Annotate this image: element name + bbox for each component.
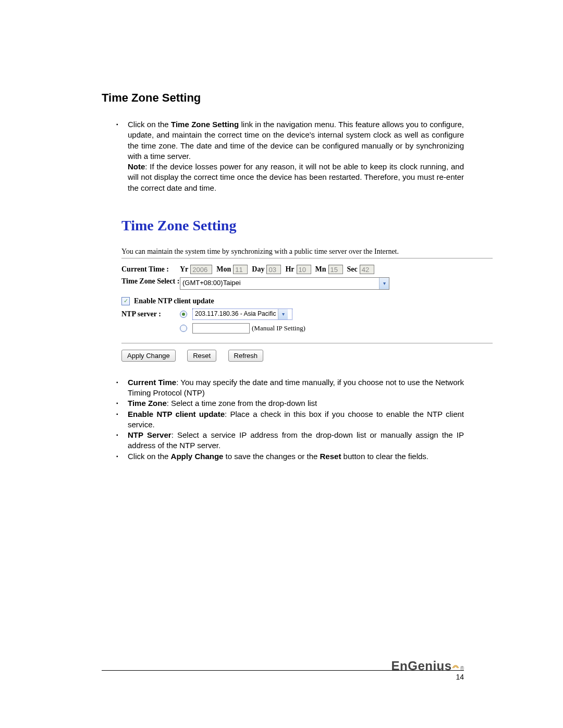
apply-change-button[interactable]: Apply Change xyxy=(121,350,176,362)
reset-button[interactable]: Reset xyxy=(187,350,216,362)
timezone-select[interactable]: (GMT+08:00)Taipei ▾ xyxy=(180,277,389,290)
panel-title: Time Zone Setting xyxy=(121,217,493,234)
intro-note: Note: If the device losses power for any… xyxy=(128,162,464,193)
desc-current-time: Current Time: You may specify the date a… xyxy=(128,377,464,399)
ntp-server-select[interactable]: 203.117.180.36 - Asia Pacific ▾ xyxy=(192,309,292,320)
second-field[interactable]: 42 xyxy=(360,265,374,274)
desc-enable-ntp: Enable NTP client update: Place a check … xyxy=(128,409,464,430)
minute-field[interactable]: 15 xyxy=(328,265,343,274)
chevron-down-icon[interactable]: ▾ xyxy=(278,309,288,319)
bullet-icon: ▪ xyxy=(116,119,128,162)
bullet-icon: ▪ xyxy=(116,409,128,430)
hour-field[interactable]: 10 xyxy=(297,265,311,274)
timezone-label: Time Zone Select : xyxy=(121,277,180,285)
chevron-down-icon[interactable]: ▾ xyxy=(379,278,389,289)
bullet-icon: ▪ xyxy=(116,398,128,409)
day-field[interactable]: 03 xyxy=(266,265,281,274)
month-field[interactable]: 11 xyxy=(233,265,248,274)
manual-ip-label: (Manual IP Setting) xyxy=(252,324,305,332)
ntp-manual-input[interactable] xyxy=(192,323,250,334)
desc-time-zone: Time Zone: Select a time zone from the d… xyxy=(128,398,464,409)
ntp-server-radio-preset[interactable] xyxy=(180,311,187,318)
desc-ntp-server: NTP Server: Select a service IP address … xyxy=(128,430,464,451)
bullet-icon: ▪ xyxy=(116,451,128,462)
footer-divider xyxy=(102,670,464,671)
year-field[interactable]: 2006 xyxy=(190,265,212,274)
section-title: Time Zone Setting xyxy=(102,91,464,105)
divider xyxy=(121,343,493,343)
divider xyxy=(121,258,493,258)
ntp-server-label: NTP server : xyxy=(121,310,180,318)
current-time-label: Current Time : xyxy=(121,265,180,274)
page-number: 14 xyxy=(102,673,464,681)
enable-ntp-label: Enable NTP client update xyxy=(134,297,214,305)
current-time-fields: Yr 2006 Mon 11 Day 03 Hr 10 Mn 15 Sec 42 xyxy=(180,265,374,274)
intro-paragraph: Click on the Time Zone Setting link in t… xyxy=(128,119,464,162)
wifi-arc-icon xyxy=(452,661,459,670)
time-zone-panel: Time Zone Setting You can maintain the s… xyxy=(121,212,493,362)
bullet-icon: ▪ xyxy=(116,430,128,451)
refresh-button[interactable]: Refresh xyxy=(228,350,264,362)
panel-caption: You can maintain the system time by sync… xyxy=(121,248,493,256)
bullet-icon: ▪ xyxy=(116,377,128,399)
enable-ntp-checkbox[interactable]: ✓ xyxy=(121,297,130,305)
ntp-server-radio-manual[interactable] xyxy=(180,325,187,332)
desc-apply-reset: Click on the Apply Change to save the ch… xyxy=(128,451,464,462)
